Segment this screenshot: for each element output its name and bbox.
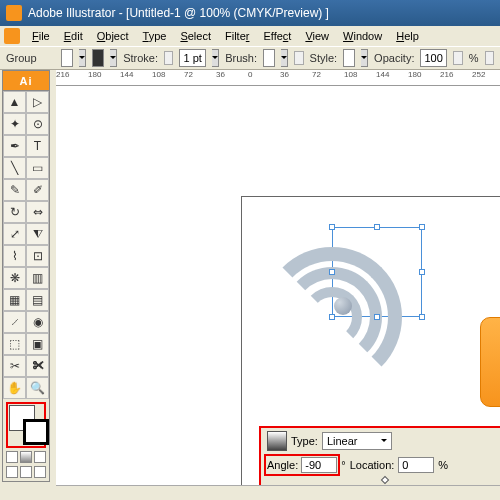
ruler-tick: 36 xyxy=(216,70,225,79)
graph-tool[interactable]: ▥ xyxy=(26,267,49,289)
stroke-label: Stroke: xyxy=(123,52,158,64)
line-tool[interactable]: ╲ xyxy=(3,157,26,179)
screen-mode-1[interactable] xyxy=(6,466,18,478)
pencil-tool[interactable]: ✐ xyxy=(26,179,49,201)
ruler-tick: 72 xyxy=(184,70,193,79)
screen-mode-3[interactable] xyxy=(34,466,46,478)
handle-ml[interactable] xyxy=(329,269,335,275)
horizontal-scrollbar[interactable] xyxy=(56,485,500,500)
fill-dropdown[interactable] xyxy=(79,49,86,67)
free-transform-tool[interactable]: ⊡ xyxy=(26,245,49,267)
symbol-sprayer-tool[interactable]: ❋ xyxy=(3,267,26,289)
ruler-tick: 144 xyxy=(376,70,389,79)
menu-effect[interactable]: Effect xyxy=(257,28,297,44)
handle-br[interactable] xyxy=(419,314,425,320)
pen-tool[interactable]: ✒ xyxy=(3,135,26,157)
menu-window[interactable]: Window xyxy=(337,28,388,44)
style-label: Style: xyxy=(310,52,338,64)
type-tool[interactable]: T xyxy=(26,135,49,157)
ruler-tick: 144 xyxy=(120,70,133,79)
style-dropdown[interactable] xyxy=(361,49,368,67)
menu-help[interactable]: Help xyxy=(390,28,425,44)
fill-stroke-control[interactable] xyxy=(9,405,49,445)
ruler-tick: 0 xyxy=(248,70,252,79)
selection-label: Group xyxy=(6,52,37,64)
midpoint-diamond[interactable] xyxy=(381,476,389,484)
handle-bl[interactable] xyxy=(329,314,335,320)
slice-tool[interactable]: ✂ xyxy=(3,355,26,377)
stroke-swatch[interactable] xyxy=(92,49,104,67)
doc-setup-icon[interactable] xyxy=(485,51,495,65)
brush-swatch[interactable] xyxy=(263,49,275,67)
magic-wand-tool[interactable]: ✦ xyxy=(3,113,26,135)
ruler-tick: 216 xyxy=(56,70,69,79)
percent-symbol: % xyxy=(438,459,448,471)
color-mode-btn[interactable] xyxy=(6,451,18,463)
screen-mode-2[interactable] xyxy=(20,466,32,478)
rss-dot xyxy=(334,297,352,315)
stroke-stepper[interactable] xyxy=(164,51,174,65)
opacity-label: Opacity: xyxy=(374,52,414,64)
degree-symbol: ° xyxy=(341,459,345,471)
fill-swatch[interactable] xyxy=(61,49,73,67)
menu-select[interactable]: Select xyxy=(174,28,217,44)
mesh-tool[interactable]: ▦ xyxy=(3,289,26,311)
none-mode-btn[interactable] xyxy=(34,451,46,463)
handle-mr[interactable] xyxy=(419,269,425,275)
opacity-stepper[interactable] xyxy=(453,51,463,65)
hand-tool[interactable]: ✋ xyxy=(3,377,26,399)
ruler-tick: 108 xyxy=(344,70,357,79)
handle-tl[interactable] xyxy=(329,224,335,230)
handle-bm[interactable] xyxy=(374,314,380,320)
opacity-percent: % xyxy=(469,52,479,64)
angle-label: Angle: xyxy=(267,459,298,471)
brush-dropdown[interactable] xyxy=(281,49,288,67)
brush-opt-icon[interactable] xyxy=(294,51,304,65)
options-bar: Group Stroke: 1 pt Brush: Style: Opacity… xyxy=(0,46,500,70)
scissors-tool[interactable]: ✀ xyxy=(26,355,49,377)
canvas-area[interactable]: Type: Linear Angle: -90 ° Location: 0 % xyxy=(56,86,500,500)
live-paint-selection-tool[interactable]: ▣ xyxy=(26,333,49,355)
ruler-tick: 180 xyxy=(88,70,101,79)
ruler-tick: 216 xyxy=(440,70,453,79)
ruler-tick: 36 xyxy=(280,70,289,79)
menu-type[interactable]: Type xyxy=(137,28,173,44)
menu-object[interactable]: Object xyxy=(91,28,135,44)
angle-input[interactable]: -90 xyxy=(301,457,337,473)
ruler-horizontal: 216180144108723603672108144180216252288 xyxy=(56,70,500,86)
menu-filter[interactable]: Filter xyxy=(219,28,255,44)
eyedropper-tool[interactable]: ⟋ xyxy=(3,311,26,333)
stroke-dropdown[interactable] xyxy=(110,49,117,67)
location-input[interactable]: 0 xyxy=(398,457,434,473)
stroke-box[interactable] xyxy=(23,419,49,445)
handle-tr[interactable] xyxy=(419,224,425,230)
selected-rss-object[interactable] xyxy=(332,227,422,317)
blend-tool[interactable]: ◉ xyxy=(26,311,49,333)
shear-tool[interactable]: ⧨ xyxy=(26,223,49,245)
gradient-tool[interactable]: ▤ xyxy=(26,289,49,311)
style-swatch[interactable] xyxy=(343,49,355,67)
reflect-tool[interactable]: ⇔ xyxy=(26,201,49,223)
paintbrush-tool[interactable]: ✎ xyxy=(3,179,26,201)
lasso-tool[interactable]: ⊙ xyxy=(26,113,49,135)
gradient-mode-btn[interactable] xyxy=(20,451,32,463)
gradient-type-select[interactable]: Linear xyxy=(322,432,392,450)
selection-tool[interactable]: ▲ xyxy=(3,91,26,113)
live-paint-tool[interactable]: ⬚ xyxy=(3,333,26,355)
rectangle-tool[interactable]: ▭ xyxy=(26,157,49,179)
rotate-tool[interactable]: ↻ xyxy=(3,201,26,223)
stroke-pt-dropdown[interactable] xyxy=(212,49,219,67)
menu-view[interactable]: View xyxy=(299,28,335,44)
handle-tm[interactable] xyxy=(374,224,380,230)
ruler-tick: 108 xyxy=(152,70,165,79)
warp-tool[interactable]: ⌇ xyxy=(3,245,26,267)
scale-tool[interactable]: ⤢ xyxy=(3,223,26,245)
toolbox-header: Ai xyxy=(3,71,49,91)
menu-file[interactable]: File xyxy=(26,28,56,44)
direct-selection-tool[interactable]: ▷ xyxy=(26,91,49,113)
stroke-value[interactable]: 1 pt xyxy=(179,49,206,67)
menu-edit[interactable]: Edit xyxy=(58,28,89,44)
opacity-value[interactable]: 100 xyxy=(420,49,447,67)
zoom-tool[interactable]: 🔍 xyxy=(26,377,49,399)
gradient-preview-swatch[interactable] xyxy=(267,431,287,451)
